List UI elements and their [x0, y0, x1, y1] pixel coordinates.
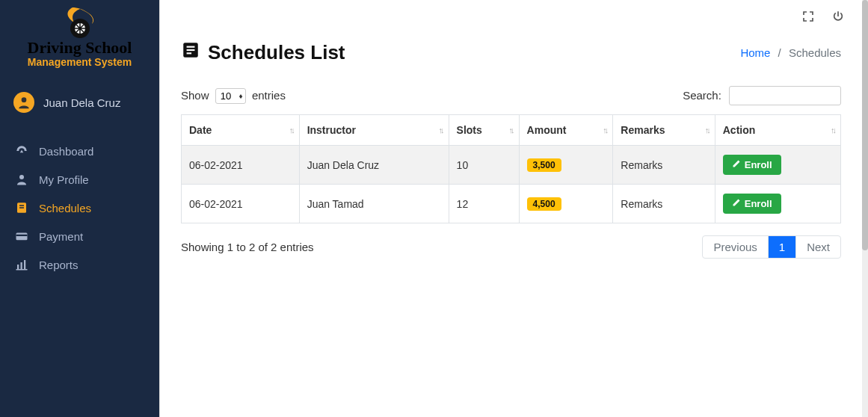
search-control: Search:: [683, 86, 841, 105]
cell-slots: 10: [449, 146, 519, 185]
sort-icon: ↑↓: [509, 126, 513, 135]
cell-action: Enroll: [715, 185, 840, 223]
nav: Dashboard My Profile Schedules Payment: [0, 122, 159, 279]
edit-icon: [732, 198, 741, 209]
sidebar-item-profile[interactable]: My Profile: [0, 165, 159, 194]
datatable-bottom: Showing 1 to 2 of 2 entries Previous 1 N…: [181, 235, 841, 259]
breadcrumb: Home / Schedules: [740, 46, 841, 59]
svg-rect-21: [187, 52, 192, 54]
svg-rect-20: [187, 49, 195, 51]
sidebar-item-label: Schedules: [39, 202, 91, 214]
pagination-previous[interactable]: Previous: [703, 236, 767, 258]
pagination-next[interactable]: Next: [795, 236, 840, 258]
enroll-button[interactable]: Enroll: [723, 155, 781, 175]
sidebar-item-schedules[interactable]: Schedules: [0, 194, 159, 222]
pagination-page[interactable]: 1: [768, 236, 795, 258]
cell-amount: 3,500: [519, 146, 613, 185]
pagination: Previous 1 Next: [702, 235, 841, 259]
table-row: 06-02-2021 Juan Tamad 12 4,500 Remarks E…: [182, 185, 841, 223]
enroll-button[interactable]: Enroll: [723, 194, 781, 214]
sidebar-item-label: Dashboard: [39, 145, 93, 158]
user-name: Juan Dela Cruz: [43, 96, 120, 109]
brand-logo: Driving School Management System: [0, 0, 159, 83]
chart-icon: [15, 258, 28, 271]
svg-rect-14: [17, 265, 19, 269]
card-icon: [15, 229, 28, 243]
col-instructor[interactable]: Instructor↑↓: [299, 115, 449, 146]
avatar: [13, 92, 34, 113]
svg-rect-16: [24, 260, 25, 269]
svg-rect-17: [16, 269, 28, 271]
svg-rect-15: [21, 262, 22, 269]
gauge-icon: [15, 144, 28, 158]
topbar: [160, 0, 862, 34]
cell-remarks: Remarks: [613, 185, 715, 223]
schedules-table: Date↑↓ Instructor↑↓ Slots↑↓ Amount↑↓ Rem…: [181, 114, 841, 223]
flame-wheel-icon: [58, 7, 102, 41]
col-slots[interactable]: Slots↑↓: [449, 115, 519, 146]
svg-rect-19: [187, 46, 195, 48]
col-remarks[interactable]: Remarks↑↓: [613, 115, 715, 146]
sidebar-item-label: Reports: [39, 259, 79, 271]
sidebar: Driving School Management System Juan De…: [0, 0, 159, 417]
page-head: Schedules List Home / Schedules: [181, 40, 841, 65]
enroll-label: Enroll: [745, 198, 772, 209]
cell-action: Enroll: [715, 146, 840, 185]
svg-point-7: [22, 97, 27, 102]
show-suffix: entries: [252, 89, 286, 102]
enroll-label: Enroll: [745, 159, 772, 170]
fullscreen-icon[interactable]: [802, 10, 814, 25]
search-input[interactable]: [729, 86, 841, 105]
col-action[interactable]: Action↑↓: [715, 115, 840, 146]
sort-icon: ↑↓: [603, 126, 606, 135]
cell-date: 06-02-2021: [182, 146, 300, 185]
datatable-info: Showing 1 to 2 of 2 entries: [181, 241, 314, 253]
col-amount[interactable]: Amount↑↓: [519, 115, 613, 146]
edit-icon: [732, 159, 741, 170]
sort-icon: ↑↓: [831, 126, 834, 135]
scrollbar[interactable]: [862, 0, 868, 417]
content: Schedules List Home / Schedules Show 10 …: [160, 34, 862, 274]
cell-instructor: Juan Tamad: [299, 185, 449, 223]
table-row: 06-02-2021 Juan Dela Cruz 10 3,500 Remar…: [182, 146, 841, 185]
book-icon: [181, 40, 200, 65]
page-title: Schedules List: [181, 40, 345, 65]
cell-date: 06-02-2021: [182, 185, 300, 223]
datatable-top: Show 10 ♦ entries Search:: [181, 86, 841, 105]
user-row[interactable]: Juan Dela Cruz: [0, 83, 159, 122]
length-select[interactable]: 10: [215, 88, 246, 104]
cell-amount: 4,500: [519, 185, 613, 223]
brand-subtitle: Management System: [15, 56, 144, 68]
sidebar-item-label: Payment: [39, 230, 83, 243]
sort-icon: ↑↓: [439, 126, 443, 135]
sidebar-item-payment[interactable]: Payment: [0, 222, 159, 250]
sort-icon: ↑↓: [289, 126, 293, 135]
search-label: Search:: [683, 89, 721, 102]
scrollbar-thumb[interactable]: [862, 0, 868, 250]
col-date[interactable]: Date↑↓: [182, 115, 300, 146]
cell-slots: 12: [449, 185, 519, 223]
show-prefix: Show: [181, 89, 209, 102]
amount-badge: 4,500: [527, 197, 561, 211]
cell-remarks: Remarks: [613, 146, 715, 185]
svg-rect-12: [16, 233, 28, 241]
breadcrumb-home[interactable]: Home: [740, 46, 770, 59]
sidebar-item-reports[interactable]: Reports: [0, 250, 159, 279]
svg-rect-10: [19, 205, 24, 206]
svg-rect-11: [19, 207, 24, 208]
user-icon: [15, 173, 28, 186]
sort-icon: ↑↓: [705, 126, 709, 135]
main: Schedules List Home / Schedules Show 10 …: [159, 0, 862, 417]
sidebar-item-dashboard[interactable]: Dashboard: [0, 137, 159, 165]
breadcrumb-sep: /: [778, 46, 781, 59]
breadcrumb-current: Schedules: [789, 46, 841, 59]
svg-point-8: [19, 175, 24, 179]
sidebar-item-label: My Profile: [39, 173, 89, 186]
book-icon: [15, 201, 28, 214]
power-icon[interactable]: [832, 10, 844, 25]
amount-badge: 3,500: [527, 158, 561, 172]
page-title-text: Schedules List: [208, 41, 345, 64]
svg-rect-13: [16, 235, 28, 236]
length-control: Show 10 ♦ entries: [181, 88, 286, 104]
cell-instructor: Juan Dela Cruz: [299, 146, 449, 185]
